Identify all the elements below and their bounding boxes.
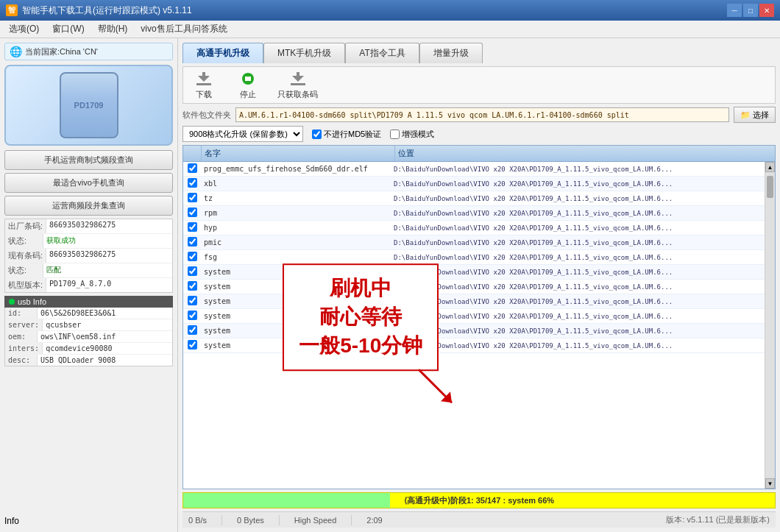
country-label: 当前国家:China 'CN' [25,46,98,57]
file-table-body: prog_emmc_ufs_firehose_Sdm660_ddr.elf D:… [183,162,765,489]
tab-mtk[interactable]: MTK手机升级 [263,43,345,63]
usb-server-label: server: [5,319,43,330]
menu-item-help[interactable]: 帮助(H) [92,21,134,37]
row-check[interactable] [183,294,201,308]
device-name-label: PD1709 [74,101,104,110]
device-display: PD1709 [60,72,118,138]
row-name: hyp [201,222,391,233]
info-section-label: Info [4,514,173,528]
model-value: PD1709_A_8.7.0 [46,278,114,292]
select-button[interactable]: 📁 选择 [734,107,776,123]
row-checkbox[interactable] [188,340,197,350]
row-check[interactable] [183,324,201,338]
usb-row-inters: inters: qcomdevice90080 [5,343,172,355]
usb-oem-value: ows\INF\oem58.inf [38,331,118,342]
maximize-button[interactable]: □ [743,4,758,17]
usb-id-label: id: [5,308,38,319]
enhanced-checkbox[interactable] [390,130,400,139]
barcode-button[interactable]: 只获取条码 [277,70,318,100]
filepath-input[interactable] [235,107,729,122]
country-bar: 🌐 当前国家:China 'CN' [4,43,173,60]
status2-label: 状态: [5,263,43,277]
row-checkbox[interactable] [188,325,197,335]
usb-desc-label: desc: [5,355,38,366]
model-label: 机型版本: [5,278,46,292]
table-row: prog_emmc_ufs_firehose_Sdm660_ddr.elf D:… [183,162,765,177]
no-md5-label: 不进行MD5验证 [324,129,381,140]
menu-bar: 选项(O) 窗口(W) 帮助(H) vivo售后工具问答系统 [0,21,780,38]
tab-qualcomm[interactable]: 高通手机升级 [182,43,263,63]
progress-text: ⟨高通升级中⟩阶段1: 35/147 : system 66% [404,495,554,506]
row-path: D:\BaiduYunDownload\VIVO x20 X20A\PD1709… [391,223,765,233]
row-checkbox[interactable] [188,178,197,188]
row-check[interactable] [183,265,201,279]
row-check[interactable] [183,235,201,249]
device-info-grid: 出厂条码: 866935032986275 状态: 获取成功 现有条码: 866… [4,219,173,293]
overlay-text: 刷机中 耐心等待 一般5-10分钟 [299,274,422,361]
minimize-button[interactable]: ─ [727,4,742,17]
row-check[interactable] [183,206,201,220]
mode-select[interactable]: 9008格式化升级 (保留参数) 9008格式化升级 (清空参数) 9006升级 [182,126,303,142]
row-check[interactable] [183,280,201,294]
row-check[interactable] [183,250,201,264]
no-md5-checkbox-label[interactable]: 不进行MD5验证 [312,129,381,140]
row-checkbox[interactable] [188,163,197,173]
row-check[interactable] [183,162,201,176]
usb-row-id: id: 06\5&26D98EE3&0&1 [5,308,172,319]
close-button[interactable]: ✕ [759,4,774,17]
row-name: xbl [201,178,391,189]
menu-item-options[interactable]: 选项(O) [3,21,45,37]
svg-rect-7 [291,83,305,85]
table-row: xbl D:\BaiduYunDownload\VIVO x20 X20A\PD… [183,177,765,191]
menu-item-window[interactable]: 窗口(W) [46,21,90,37]
row-checkbox[interactable] [188,266,197,276]
filepath-row: 软件包文件夹 📁 选择 [182,107,776,123]
speed-status: 0 B/s [188,516,207,525]
vivo-recommend-button[interactable]: 最适合vivo手机查询 [4,173,173,193]
tab-incremental[interactable]: 增量升级 [419,43,483,63]
scroll-up-arrow[interactable]: ▲ [765,162,775,172]
barcode-icon [288,70,308,88]
row-checkbox[interactable] [188,193,197,202]
info-row-status2: 状态: 匹配 [5,263,172,278]
row-check[interactable] [183,191,201,205]
row-check[interactable] [183,221,201,235]
table-scrollbar[interactable]: ▲ ▼ [765,162,775,489]
usb-status-dot [9,299,15,305]
overlay-message: 刷机中 耐心等待 一般5-10分钟 [283,263,439,371]
row-path: D:\BaiduYunDownload\VIVO x20 X20A\PD1709… [391,164,765,174]
usb-inters-value: qcomdevice90080 [43,343,115,354]
table-row: system D:\BaiduYunDownload\VIVO x20 X20A… [183,324,765,338]
table-row: rpm D:\BaiduYunDownload\VIVO x20 X20A\PD… [183,206,765,221]
divider-3 [351,515,352,525]
row-check[interactable] [183,338,201,352]
row-checkbox[interactable] [188,208,197,217]
row-path: D:\BaiduYunDownload\VIVO x20 X20A\PD1709… [391,297,765,307]
right-panel: 高通手机升级 MTK手机升级 AT指令工具 增量升级 下载 [178,38,780,532]
row-checkbox[interactable] [188,281,197,291]
row-checkbox[interactable] [188,296,197,305]
tab-at[interactable]: AT指令工具 [345,43,419,63]
carrier-union-button[interactable]: 运营商频段并集查询 [4,196,173,216]
enhanced-checkbox-label[interactable]: 增强模式 [390,129,434,140]
toolbar: 下载 停止 只获取条码 [182,66,776,104]
row-checkbox[interactable] [188,237,197,247]
row-path: D:\BaiduYunDownload\VIVO x20 X20A\PD1709… [391,194,765,204]
mode-value: High Speed [294,516,337,525]
carrier-query-button[interactable]: 手机运营商制式频段查询 [4,150,173,170]
row-checkbox[interactable] [188,252,197,261]
row-checkbox[interactable] [188,311,197,320]
window-title: 智能手机下载工具(运行时跟踪模式) v5.1.11 [22,4,192,17]
stop-button[interactable]: 停止 [233,70,263,100]
scroll-thumb[interactable] [767,176,773,198]
usb-info-label: usb Info [18,297,46,306]
scroll-down-arrow[interactable]: ▼ [765,478,775,489]
row-checkbox[interactable] [188,222,197,232]
row-check[interactable] [183,309,201,323]
no-md5-checkbox[interactable] [312,130,322,139]
download-button[interactable]: 下载 [189,70,219,100]
svg-rect-6 [297,72,299,78]
row-check[interactable] [183,177,201,191]
table-row: system D:\BaiduYunDownload\VIVO x20 X20A… [183,338,765,353]
menu-item-vivo[interactable]: vivo售后工具问答系统 [135,21,233,37]
